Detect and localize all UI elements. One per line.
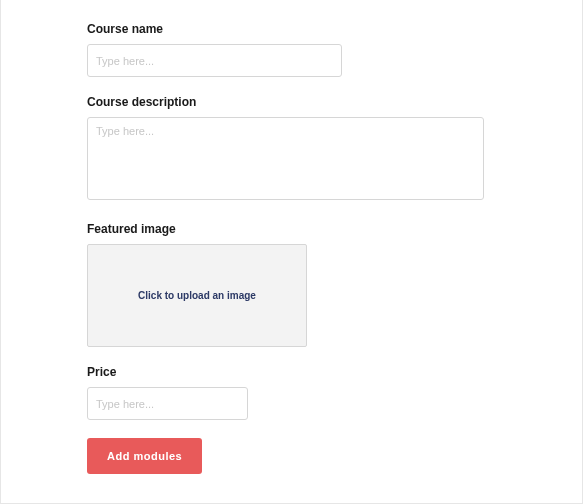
course-description-input[interactable] <box>87 117 484 200</box>
course-form: Course name Course description Featured … <box>0 0 583 504</box>
price-input[interactable] <box>87 387 248 420</box>
course-description-label: Course description <box>87 95 496 109</box>
price-label: Price <box>87 365 496 379</box>
featured-image-label: Featured image <box>87 222 496 236</box>
featured-image-field: Featured image Click to upload an image <box>87 222 496 347</box>
price-field: Price <box>87 365 496 420</box>
upload-text: Click to upload an image <box>138 290 256 301</box>
course-description-field: Course description <box>87 95 496 204</box>
featured-image-upload[interactable]: Click to upload an image <box>87 244 307 347</box>
course-name-label: Course name <box>87 22 496 36</box>
course-name-field: Course name <box>87 22 496 77</box>
course-name-input[interactable] <box>87 44 342 77</box>
add-modules-button[interactable]: Add modules <box>87 438 202 474</box>
